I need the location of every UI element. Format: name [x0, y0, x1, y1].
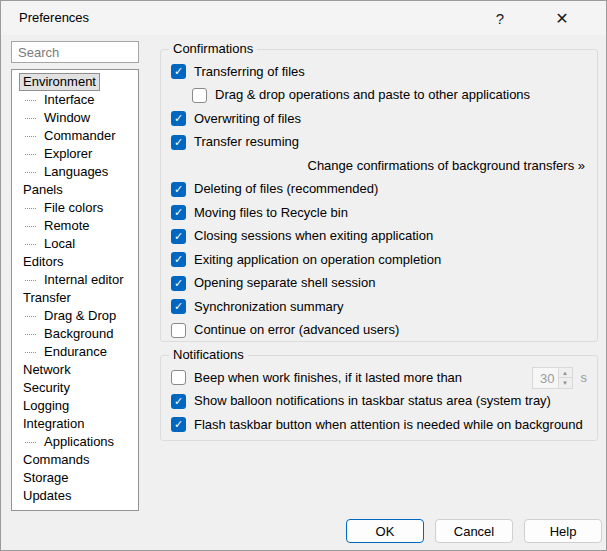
tree-item-editors[interactable]: Editors	[12, 253, 138, 271]
tree-item-logging[interactable]: Logging	[12, 397, 138, 415]
tree-item-security[interactable]: Security	[12, 379, 138, 397]
row-closing-sessions-when-exiting-application[interactable]: Closing sessions when exiting applicatio…	[171, 225, 587, 249]
tree-item-endurance[interactable]: Endurance	[12, 343, 138, 361]
tree-item-local[interactable]: Local	[12, 235, 138, 253]
tree-item-panels[interactable]: Panels	[12, 181, 138, 199]
checkbox-label: Transferring of files	[194, 64, 305, 80]
checkbox-label: Show balloon notifications in taskbar st…	[194, 393, 551, 409]
tree-item-label: Local	[40, 235, 79, 253]
tree-item-label: File colors	[40, 199, 107, 217]
spinner-unit-label: s	[581, 370, 588, 385]
checkbox-label: Overwriting of files	[194, 111, 301, 127]
tree-item-remote[interactable]: Remote	[12, 217, 138, 235]
tree-item-network[interactable]: Network	[12, 361, 138, 379]
tree-item-label: Network	[19, 361, 75, 379]
checkbox-label: Closing sessions when exiting applicatio…	[194, 228, 433, 244]
tree-item-label: Security	[19, 379, 74, 397]
tree-item-interface[interactable]: Interface	[12, 91, 138, 109]
row-synchronization-summary[interactable]: Synchronization summary	[171, 295, 587, 319]
search-input[interactable]	[11, 41, 139, 63]
tree-item-label: Applications	[40, 433, 118, 451]
checkbox-label: Moving files to Recycle bin	[194, 205, 348, 221]
row-overwriting-of-files[interactable]: Overwriting of files	[171, 107, 587, 131]
checkbox-drag-drop-operations-and-paste-to-other-applications[interactable]	[192, 88, 207, 103]
spinner-wrap: 30▲▼s	[532, 367, 588, 389]
tree-item-file-colors[interactable]: File colors	[12, 199, 138, 217]
checkbox-continue-on-error-advanced-users[interactable]	[171, 323, 186, 338]
tree-item-label: Endurance	[40, 343, 111, 361]
tree-item-label: Storage	[19, 469, 73, 487]
checkbox-label: Drag & drop operations and paste to othe…	[215, 87, 530, 103]
group-title: Notifications	[169, 347, 248, 362]
tree-item-label: Remote	[40, 217, 94, 235]
checkbox-moving-files-to-recycle-bin[interactable]	[171, 205, 186, 220]
row-continue-on-error-advanced-users[interactable]: Continue on error (advanced users)	[171, 319, 587, 343]
tree-item-commander[interactable]: Commander	[12, 127, 138, 145]
tree-item-window[interactable]: Window	[12, 109, 138, 127]
checkbox-synchronization-summary[interactable]	[171, 299, 186, 314]
help-button[interactable]: Help	[524, 519, 602, 543]
tree-item-languages[interactable]: Languages	[12, 163, 138, 181]
checkbox-label: Flash taskbar button when attention is n…	[194, 417, 583, 433]
titlebar-help-button[interactable]: ?	[481, 1, 519, 35]
ok-button[interactable]: OK	[346, 519, 424, 543]
spinner-down-icon: ▼	[559, 378, 572, 388]
row-exiting-application-on-operation-completion[interactable]: Exiting application on operation complet…	[171, 248, 587, 272]
tree-item-label: Languages	[40, 163, 112, 181]
tree-item-transfer[interactable]: Transfer	[12, 289, 138, 307]
tree-item-commands[interactable]: Commands	[12, 451, 138, 469]
checkbox-label: Deleting of files (recommended)	[194, 181, 378, 197]
row-opening-separate-shell-session[interactable]: Opening separate shell session	[171, 272, 587, 296]
checkbox-transfer-resuming[interactable]	[171, 135, 186, 150]
tree-item-label: Commander	[40, 127, 120, 145]
checkbox-overwriting-of-files[interactable]	[171, 111, 186, 126]
checkbox-closing-sessions-when-exiting-application[interactable]	[171, 229, 186, 244]
tree-item-applications[interactable]: Applications	[12, 433, 138, 451]
tree-item-environment[interactable]: Environment	[12, 73, 138, 91]
tree-item-background[interactable]: Background	[12, 325, 138, 343]
change-confirmations-of-background-transfers-link[interactable]: Change confirmations of background trans…	[308, 158, 586, 173]
beep-duration-spinner: 30▲▼	[532, 367, 573, 389]
tree-item-label: Internal editor	[40, 271, 128, 289]
row-moving-files-to-recycle-bin[interactable]: Moving files to Recycle bin	[171, 201, 587, 225]
tree-item-label: Updates	[19, 487, 75, 505]
row-drag-drop-operations-and-paste-to-other-applications[interactable]: Drag & drop operations and paste to othe…	[171, 84, 587, 108]
notifications-rows: Beep when work finishes, if it lasted mo…	[171, 366, 587, 437]
checkbox-flash-taskbar-button-when-attention-is-needed-while-on-background[interactable]	[171, 417, 186, 432]
window-title: Preferences	[19, 10, 89, 25]
tree-item-label: Window	[40, 109, 94, 127]
checkbox-label: Synchronization summary	[194, 299, 344, 315]
cancel-button[interactable]: Cancel	[435, 519, 513, 543]
checkbox-beep-when-work-finishes-if-it-lasted-more-than[interactable]	[171, 370, 186, 385]
checkbox-deleting-of-files-recommended[interactable]	[171, 182, 186, 197]
spinner-buttons: ▲▼	[558, 368, 572, 388]
link-row: Change confirmations of background trans…	[171, 154, 587, 178]
tree-item-explorer[interactable]: Explorer	[12, 145, 138, 163]
checkbox-label: Beep when work finishes, if it lasted mo…	[194, 370, 462, 386]
tree-item-updates[interactable]: Updates	[12, 487, 138, 505]
title-bar: Preferences ? ✕	[1, 1, 606, 35]
row-transferring-of-files[interactable]: Transferring of files	[171, 60, 587, 84]
checkbox-show-balloon-notifications-in-taskbar-status-area-system-tray[interactable]	[171, 394, 186, 409]
row-deleting-of-files-recommended[interactable]: Deleting of files (recommended)	[171, 178, 587, 202]
tree-item-internal-editor[interactable]: Internal editor	[12, 271, 138, 289]
checkbox-label: Exiting application on operation complet…	[194, 252, 441, 268]
tree-item-label: Transfer	[19, 289, 75, 307]
preferences-tree[interactable]: EnvironmentInterfaceWindowCommanderExplo…	[11, 69, 139, 511]
titlebar-close-button[interactable]: ✕	[543, 1, 581, 35]
row-transfer-resuming[interactable]: Transfer resuming	[171, 131, 587, 155]
row-show-balloon-notifications-in-taskbar-status-area-system-tray[interactable]: Show balloon notifications in taskbar st…	[171, 390, 587, 414]
tree-item-label: Interface	[40, 91, 99, 109]
tree-item-label: Drag & Drop	[40, 307, 120, 325]
tree-item-drag-drop[interactable]: Drag & Drop	[12, 307, 138, 325]
checkbox-transferring-of-files[interactable]	[171, 64, 186, 79]
checkbox-exiting-application-on-operation-completion[interactable]	[171, 252, 186, 267]
row-beep-when-work-finishes-if-it-lasted-more-than[interactable]: Beep when work finishes, if it lasted mo…	[171, 366, 587, 390]
row-flash-taskbar-button-when-attention-is-needed-while-on-background[interactable]: Flash taskbar button when attention is n…	[171, 413, 587, 437]
tree-item-label: Integration	[19, 415, 88, 433]
tree-item-label: Logging	[19, 397, 73, 415]
checkbox-label: Opening separate shell session	[194, 275, 375, 291]
tree-item-storage[interactable]: Storage	[12, 469, 138, 487]
tree-item-integration[interactable]: Integration	[12, 415, 138, 433]
checkbox-opening-separate-shell-session[interactable]	[171, 276, 186, 291]
